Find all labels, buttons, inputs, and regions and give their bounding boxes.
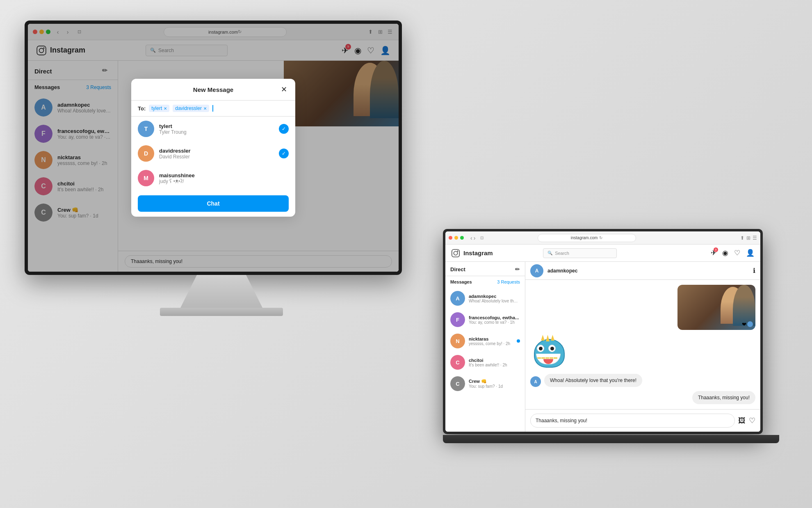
laptop-conv-info: adamnkopec Whoa! Absolutely love that y.… (469, 294, 520, 303)
tag-remove-icon[interactable]: ✕ (164, 106, 167, 111)
monster-crown (541, 335, 554, 341)
tag-remove-icon[interactable]: ✕ (203, 106, 207, 111)
laptop-conversation-item[interactable]: F francescofogu, ewtha... You: ay, como … (445, 309, 525, 330)
laptop-conversation-item[interactable]: C Crew 👊 You: sup fam? · 1d (445, 373, 525, 394)
laptop-photo-icon[interactable]: 🖼 (738, 416, 746, 425)
laptop-device: ‹ › ⊡ instagram.com ↻ ⬆ ⊞ ☰ (443, 229, 779, 467)
modal-close-button[interactable]: ✕ (279, 85, 289, 94)
laptop-conv-info: chcitoi It's been awhile!! · 2h (469, 358, 520, 367)
laptop-sidebar-icon[interactable]: ☰ (753, 235, 757, 241)
laptop-chat-input[interactable]: Thaaanks, missing you! (530, 414, 735, 428)
modal-result-item[interactable]: T tylert Tyler Troung ✓ (131, 117, 295, 141)
result-fullname: judy ʕ •ᴥ•ʔ/ (159, 178, 289, 184)
laptop-conv-preview: You: ay, como te va? · 1h (469, 320, 520, 325)
result-info: maisunshinee judy ʕ •ᴥ•ʔ/ (159, 172, 289, 184)
modal-results-list: T tylert Tyler Troung ✓ D davidressler (131, 117, 295, 190)
laptop-compose-icon[interactable]: ✏ (515, 266, 520, 272)
tooth (550, 355, 553, 359)
laptop-activity-icon[interactable]: ♡ (734, 249, 740, 257)
close-button[interactable] (449, 236, 452, 240)
laptop-avatar-nicktaras: N (450, 334, 465, 348)
laptop-ig-search-container: 🔍 Search (543, 248, 617, 258)
laptop-search-placeholder: Search (555, 251, 569, 256)
laptop-dm-header: Direct ✏ (445, 262, 525, 276)
sent-message: Thaaanks, missing you! (692, 391, 755, 404)
laptop-dm-title: Direct (450, 266, 465, 272)
laptop-back-btn[interactable]: ‹ (470, 235, 472, 241)
laptop-chat-messages: ❤ (525, 280, 760, 409)
laptop-profile-icon[interactable]: 👤 (746, 249, 755, 257)
laptop-dm-layout: Direct ✏ Messages 3 Requests A (445, 262, 760, 432)
laptop-nav-buttons: ‹ › (470, 235, 475, 241)
laptop-ig-search-input[interactable]: 🔍 Search (543, 248, 617, 258)
laptop-conv-preview: It's been awhile!! · 2h (469, 363, 520, 367)
received-avatar: A (530, 376, 541, 387)
imac-device: ‹ › ⊡ instagram.com ↻ ⬆ ⊞ ☰ (25, 21, 418, 341)
monster-pupil-right (550, 347, 554, 350)
laptop-refresh-icon[interactable]: ↻ (599, 236, 602, 240)
photo-reactions: ❤ (742, 321, 753, 327)
laptop-conversation-item[interactable]: C chcitoi It's been awhile!! · 2h (445, 352, 525, 373)
laptop-avatar-chcitoi: C (450, 355, 465, 370)
laptop-avatar-inner: A (450, 291, 465, 306)
selected-check: ✓ (279, 149, 289, 158)
laptop-share-icon[interactable]: ⬆ (740, 235, 744, 241)
chat-header-avatar: A (530, 264, 543, 277)
result-avatar: D (138, 145, 154, 162)
laptop-square-btn[interactable]: ⊡ (480, 236, 484, 240)
selected-check: ✓ (279, 124, 289, 134)
laptop-explore-icon[interactable]: ◉ (722, 249, 728, 257)
crown-spike (541, 335, 545, 341)
laptop-heart-icon[interactable]: ♡ (749, 416, 755, 425)
laptop-conv-name: francescofogu, ewtha... (469, 315, 520, 320)
heart-count (747, 321, 753, 327)
modal-overlay[interactable]: New Message ✕ To: tylert ✕ davidressler … (28, 24, 399, 272)
tooth (545, 355, 549, 359)
laptop-ig-navbar: Instagram 🔍 Search ✈ 9 ◉ (445, 245, 760, 262)
monster-teeth (536, 354, 560, 359)
result-info: tylert Tyler Troung (159, 123, 274, 135)
laptop-url-bar[interactable]: instagram.com ↻ (538, 234, 636, 242)
svg-point-4 (454, 251, 457, 255)
result-info: davidressler David Ressler (159, 148, 274, 160)
chat-info-icon[interactable]: ℹ (753, 267, 755, 275)
modal-result-item[interactable]: M maisunshinee judy ʕ •ᴥ•ʔ/ (131, 166, 295, 190)
crown-spike-right (551, 335, 554, 341)
tag-label: tylert (151, 105, 162, 111)
laptop-browser-actions: ⬆ ⊞ ☰ (740, 235, 757, 241)
result-avatar: T (138, 121, 154, 137)
result-username: davidressler (159, 148, 274, 154)
laptop-requests-button[interactable]: 3 Requests (497, 279, 520, 284)
imac-stand (180, 275, 262, 308)
result-avatar: M (138, 170, 154, 186)
sticker-message (532, 334, 569, 370)
laptop-browser-toolbar: ‹ › ⊡ instagram.com ↻ ⬆ ⊞ ☰ (445, 231, 760, 245)
laptop-screen: ‹ › ⊡ instagram.com ↻ ⬆ ⊞ ☰ (443, 229, 763, 434)
laptop-forward-btn[interactable]: › (474, 235, 476, 241)
laptop-direct-icon[interactable]: ✈ 9 (711, 249, 716, 257)
laptop-addtab-icon[interactable]: ⊞ (746, 235, 750, 241)
laptop-chat-area: A adamnkopec ℹ (525, 262, 760, 432)
minimize-button[interactable] (454, 236, 458, 240)
fullscreen-button[interactable] (460, 236, 464, 240)
modal-tag-tylert[interactable]: tylert ✕ (149, 105, 169, 112)
laptop-avatar-francescofogu: F (450, 312, 465, 327)
imac-base (160, 308, 283, 316)
chat-button[interactable]: Chat (138, 195, 289, 212)
modal-header: New Message ✕ (131, 79, 295, 101)
laptop-conversation-item[interactable]: A adamnkopec Whoa! Absolutely love that … (445, 288, 525, 309)
modal-tag-davidressler[interactable]: davidressler ✕ (173, 105, 209, 112)
new-message-modal: New Message ✕ To: tylert ✕ davidressler … (131, 79, 295, 217)
laptop-chat-header: A adamnkopec ℹ (525, 262, 760, 280)
received-message: A Whoa! Absolutely love that you're ther… (530, 374, 642, 387)
monster-eye-left (537, 345, 544, 352)
laptop-conversation-item[interactable]: N nicktaras yesssss, come by! · 2h (445, 330, 525, 352)
laptop-avatar-inner: N (450, 334, 465, 348)
laptop-base (443, 435, 779, 443)
modal-title: New Message (148, 86, 279, 93)
monster-eye-right (548, 345, 556, 352)
laptop-conv-preview: You: sup fam? · 1d (469, 384, 520, 389)
text-cursor (212, 105, 213, 112)
svg-point-5 (457, 250, 458, 252)
modal-result-item[interactable]: D davidressler David Ressler ✓ (131, 141, 295, 166)
